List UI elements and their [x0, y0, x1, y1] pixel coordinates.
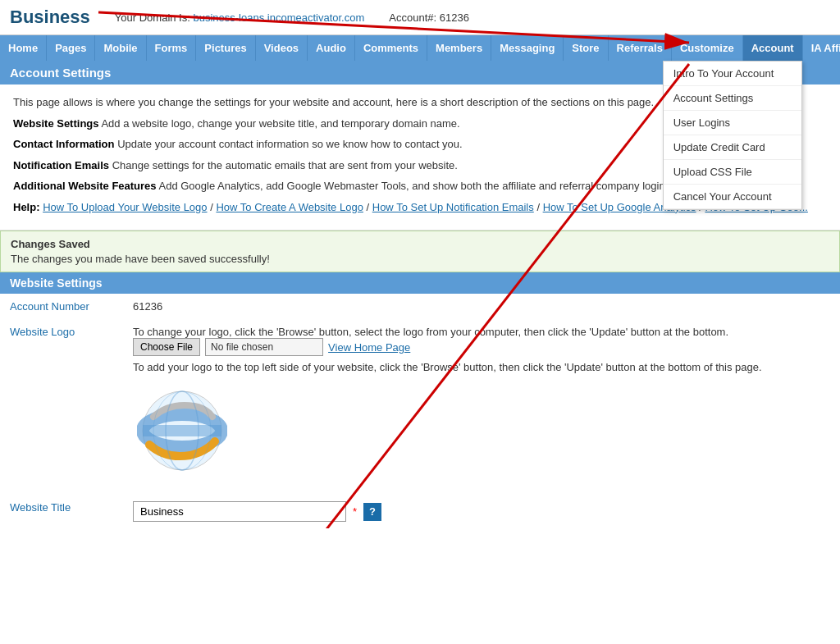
nav-item-pages[interactable]: Pages: [47, 35, 95, 61]
info-ws-label: Website Settings: [13, 117, 99, 130]
info-add-label: Additional Website Features: [13, 180, 157, 192]
info-notif-label: Notification Emails: [13, 159, 109, 171]
nav-item-audio[interactable]: Audio: [308, 35, 355, 61]
domain-link[interactable]: business-loans.incomeactivator.com: [193, 11, 364, 24]
website-title-value: * ?: [123, 495, 840, 528]
main-nav: Home Pages Mobile Forms Pictures Videos …: [0, 35, 840, 61]
website-settings-table: Account Number 61236 Website Logo To cha…: [0, 294, 840, 528]
help-link-1[interactable]: How To Upload Your Website Logo: [43, 201, 207, 213]
changes-saved-message: The changes you made have been saved suc…: [11, 253, 829, 265]
info-add-desc: Add Google Analytics, add Google Webmast…: [158, 180, 692, 192]
file-input-row: Choose File No file chosen View Home Pag…: [133, 338, 830, 356]
dropdown-item-settings[interactable]: Account Settings: [664, 86, 801, 111]
domain-info: Your Domain Is: business-loans.incomeact…: [115, 11, 364, 24]
dropdown-item-update-cc[interactable]: Update Credit Card: [664, 135, 801, 160]
changes-saved-title: Changes Saved: [11, 238, 829, 250]
account-settings-title: Account Settings: [10, 66, 111, 80]
dropdown-item-upload-css[interactable]: Upload CSS File: [664, 160, 801, 185]
website-title-label: Website Title: [0, 495, 123, 528]
svg-rect-2: [143, 425, 221, 436]
website-logo-value: To change your logo, click the 'Browse' …: [123, 319, 840, 495]
logo-desc1: To change your logo, click the 'Browse' …: [133, 326, 830, 338]
dropdown-item-cancel[interactable]: Cancel Your Account: [664, 185, 801, 209]
account-dropdown: Intro To Your Account Account Settings U…: [663, 61, 802, 210]
nav-item-home[interactable]: Home: [0, 35, 47, 61]
nav-item-mobile[interactable]: Mobile: [95, 35, 146, 61]
site-logo: Business: [10, 7, 90, 28]
dropdown-item-intro[interactable]: Intro To Your Account: [664, 62, 801, 86]
info-notif-desc: Change settings for the automatic emails…: [112, 159, 458, 171]
logo-desc2: To add your logo to the top left side of…: [133, 361, 830, 373]
table-row: Website Title * ?: [0, 495, 840, 528]
website-settings-header: Website Settings: [0, 272, 840, 294]
website-settings-title: Website Settings: [10, 276, 103, 290]
website-title-input[interactable]: [133, 501, 346, 522]
required-star: *: [353, 505, 357, 518]
help-button[interactable]: ?: [363, 503, 381, 521]
info-contact-desc: Update your account contact information …: [117, 138, 463, 150]
account-number-header: Account#: 61236: [389, 11, 469, 24]
logo-image: [133, 381, 231, 480]
nav-item-pictures[interactable]: Pictures: [196, 35, 255, 61]
nav-item-store[interactable]: Store: [564, 35, 608, 61]
info-ws-desc: Add a website logo, change your website …: [101, 117, 459, 130]
info-contact-label: Contact Information: [13, 138, 115, 150]
account-number-value: 61236: [123, 294, 840, 319]
nav-item-videos[interactable]: Videos: [256, 35, 308, 61]
nav-item-referrals[interactable]: Referrals: [609, 35, 672, 61]
table-row: Website Logo To change your logo, click …: [0, 319, 840, 495]
website-logo-label: Website Logo: [0, 319, 123, 495]
page-header: Business Your Domain Is: business-loans.…: [0, 0, 840, 35]
nav-item-customize[interactable]: Customize: [672, 35, 743, 61]
nav-item-messaging[interactable]: Messaging: [491, 35, 564, 61]
domain-label: Your Domain Is:: [115, 11, 190, 24]
help-link-3[interactable]: How To Set Up Notification Emails: [372, 201, 534, 213]
nav-item-ia-affiliates[interactable]: IA Affiliates: [803, 35, 840, 61]
nav-item-members[interactable]: Members: [427, 35, 491, 61]
choose-file-button[interactable]: Choose File: [133, 338, 200, 356]
info-help-label: Help:: [13, 201, 43, 213]
no-file-label: No file chosen: [205, 338, 323, 356]
changes-saved-box: Changes Saved The changes you made have …: [0, 231, 840, 272]
nav-item-forms[interactable]: Forms: [147, 35, 197, 61]
help-link-2[interactable]: How To Create A Website Logo: [216, 201, 363, 213]
account-number-label: Account Number: [0, 294, 123, 319]
view-home-link[interactable]: View Home Page: [328, 341, 410, 354]
nav-item-account[interactable]: Account Intro To Your Account Account Se…: [743, 35, 803, 61]
nav-item-comments[interactable]: Comments: [355, 35, 427, 61]
dropdown-item-user-logins[interactable]: User Logins: [664, 111, 801, 135]
table-row: Account Number 61236: [0, 294, 840, 319]
